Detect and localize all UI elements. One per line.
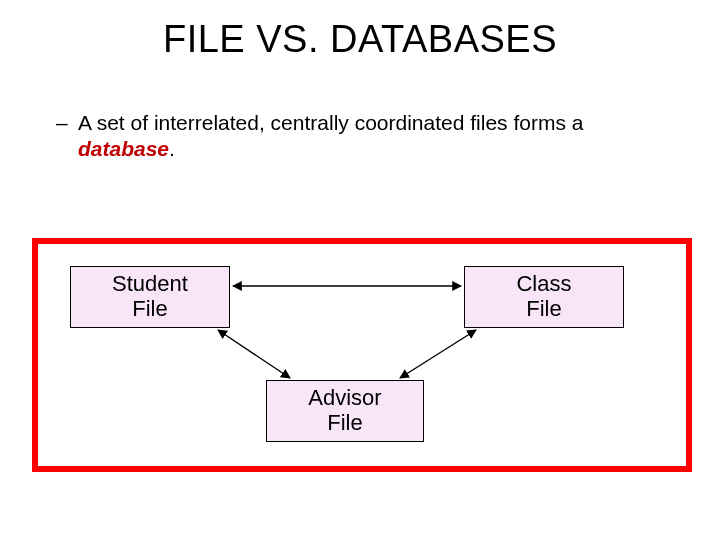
box-advisor-line2: File [267, 410, 423, 435]
box-student-line1: Student [71, 271, 229, 296]
bullet-text-lead: A set of interrelated, centrally coordin… [78, 111, 583, 134]
box-class-line1: Class [465, 271, 623, 296]
box-student-file: Student File [70, 266, 230, 328]
bullet-trail: . [169, 137, 175, 160]
slide: FILE VS. DATABASES – A set of interrelat… [0, 0, 720, 540]
bullet-item: – A set of interrelated, centrally coord… [78, 110, 668, 163]
box-advisor-file: Advisor File [266, 380, 424, 442]
bullet-marker: – [56, 110, 68, 136]
bullet-keyword: database [78, 137, 169, 160]
box-class-line2: File [465, 296, 623, 321]
box-advisor-line1: Advisor [267, 385, 423, 410]
box-class-file: Class File [464, 266, 624, 328]
slide-title: FILE VS. DATABASES [0, 18, 720, 61]
box-student-line2: File [71, 296, 229, 321]
